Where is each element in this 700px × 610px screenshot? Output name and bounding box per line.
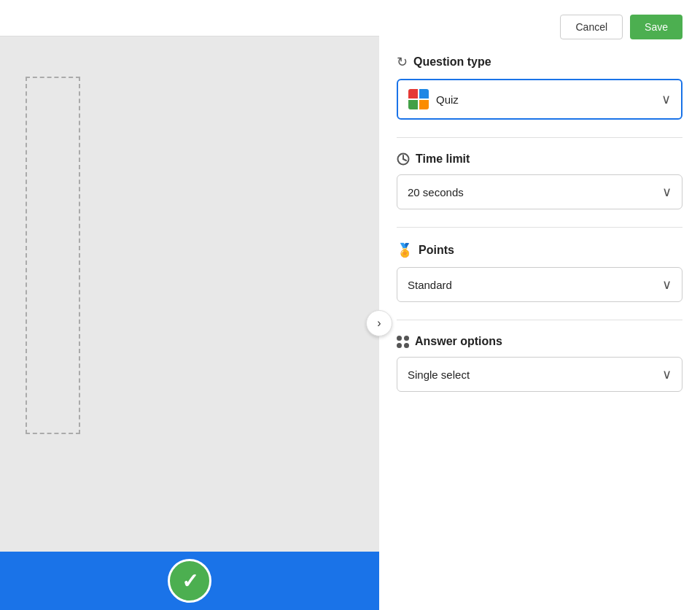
left-content-area: ›	[0, 36, 379, 610]
right-panel: Cancel Save ↻ Question type Quiz ∨	[379, 0, 700, 610]
divider-2	[397, 227, 682, 228]
svg-line-2	[403, 159, 406, 161]
quiz-icon-q2	[419, 89, 429, 99]
time-limit-icon-wrap	[397, 152, 410, 166]
quiz-icon	[408, 89, 429, 109]
divider-1	[397, 137, 682, 138]
question-type-dropdown-left: Quiz	[408, 89, 459, 109]
dot-1	[397, 336, 402, 341]
left-panel: ›	[0, 0, 379, 610]
time-limit-value: 20 seconds	[408, 186, 464, 198]
quiz-icon-q4	[419, 100, 429, 109]
answer-options-title: Answer options	[415, 335, 502, 348]
points-value: Standard	[408, 279, 452, 291]
answer-options-header: Answer options	[397, 335, 682, 348]
dashed-selection-box	[26, 77, 80, 434]
points-icon: 🏅	[397, 242, 413, 258]
divider-3	[397, 320, 682, 320]
save-button[interactable]: Save	[630, 15, 682, 39]
points-dropdown-left: Standard	[408, 279, 452, 291]
answer-options-section: Answer options Single select ∨	[397, 335, 682, 392]
answer-options-icon	[397, 336, 409, 348]
answer-options-value: Single select	[408, 368, 470, 381]
bottom-blue-bar	[0, 552, 379, 610]
dot-4	[404, 343, 409, 348]
question-type-icon: ↻	[397, 54, 408, 70]
time-limit-title: Time limit	[416, 152, 470, 166]
answer-options-dropdown[interactable]: Single select ∨	[397, 357, 682, 392]
dots-left	[397, 336, 402, 348]
left-top-bar	[0, 0, 379, 36]
question-type-section: ↻ Question type Quiz ∨	[397, 54, 682, 120]
checkmark-circle	[168, 559, 211, 603]
dot-3	[404, 336, 409, 341]
question-type-chevron-icon: ∨	[661, 91, 671, 107]
time-limit-dropdown[interactable]: 20 seconds ∨	[397, 174, 682, 209]
points-header: 🏅 Points	[397, 242, 682, 258]
question-type-dropdown[interactable]: Quiz ∨	[397, 79, 682, 120]
quiz-icon-q3	[408, 100, 418, 109]
points-chevron-icon: ∨	[662, 277, 672, 293]
time-limit-chevron-icon: ∨	[662, 184, 672, 200]
time-limit-dropdown-left: 20 seconds	[408, 186, 464, 198]
points-dropdown[interactable]: Standard ∨	[397, 267, 682, 302]
answer-options-dropdown-left: Single select	[408, 368, 470, 381]
question-type-value: Quiz	[436, 93, 459, 106]
clock-icon	[397, 152, 410, 166]
question-type-title: Question type	[413, 55, 491, 69]
points-title: Points	[419, 244, 454, 257]
quiz-icon-q1	[408, 89, 418, 99]
cancel-button[interactable]: Cancel	[560, 15, 623, 39]
dots-right	[404, 336, 409, 348]
points-section: 🏅 Points Standard ∨	[397, 242, 682, 302]
right-panel-header: Cancel Save	[397, 15, 682, 39]
expand-arrow-button[interactable]: ›	[366, 310, 392, 336]
time-limit-section: Time limit 20 seconds ∨	[397, 152, 682, 209]
answer-options-chevron-icon: ∨	[662, 366, 672, 382]
dot-2	[397, 343, 402, 348]
chevron-right-icon: ›	[377, 317, 381, 330]
time-limit-header: Time limit	[397, 152, 682, 166]
question-type-header: ↻ Question type	[397, 54, 682, 70]
